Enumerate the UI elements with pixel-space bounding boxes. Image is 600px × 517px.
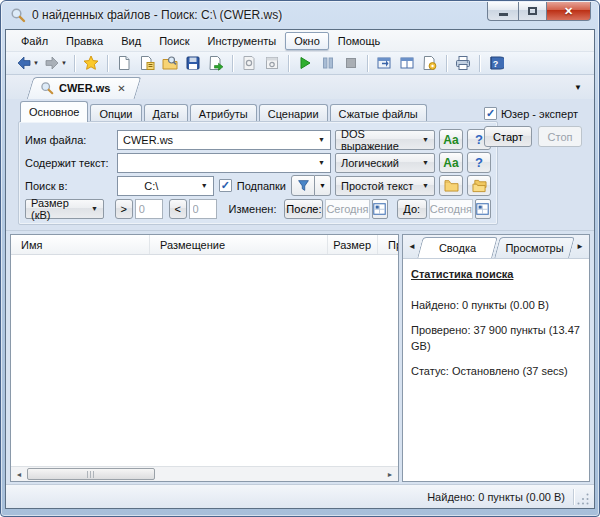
tab-main[interactable]: Основное <box>20 101 88 122</box>
column-size[interactable]: Размер <box>328 235 378 254</box>
containing-type-select[interactable]: Логический ▼ <box>335 153 435 173</box>
menu-tools[interactable]: Инструменты <box>199 32 286 50</box>
before-calendar-button[interactable] <box>475 199 491 219</box>
folder-list-button[interactable] <box>467 175 491 196</box>
check-icon: ✓ <box>486 108 495 119</box>
before-date-button[interactable]: До: <box>397 199 427 219</box>
lookin-row: Поиск в: C:\ ▼ ✓ Подпапки ▼ <box>25 175 491 196</box>
tab-dates[interactable]: Даты <box>144 104 188 122</box>
column-location[interactable]: Размещение <box>150 235 328 254</box>
tab-list-dropdown-icon[interactable]: ▼ <box>574 83 582 92</box>
horizontal-scrollbar[interactable]: ◄ ► <box>11 466 398 481</box>
lookin-combo[interactable]: C:\ ▼ <box>117 176 214 196</box>
size-greater-button[interactable]: > <box>115 199 133 219</box>
window-layout-button[interactable] <box>396 53 418 74</box>
after-date-value: Сегодня <box>325 199 369 219</box>
scrollbar-track[interactable] <box>155 467 382 481</box>
menu-window[interactable]: Окно <box>285 32 329 50</box>
containing-case-button[interactable]: Aa <box>439 152 463 173</box>
forward-button[interactable]: ▼ <box>42 53 69 74</box>
favorites-button[interactable] <box>80 53 102 74</box>
magnifier-icon <box>40 81 54 95</box>
after-calendar-button[interactable] <box>372 199 388 219</box>
chevron-down-icon[interactable]: ▼ <box>318 136 325 143</box>
start-button[interactable]: Старт <box>484 126 532 147</box>
preview-pane-button[interactable] <box>238 53 260 74</box>
filename-combo[interactable]: CWER.ws ▼ <box>117 130 331 150</box>
scroll-right-icon[interactable]: ► <box>382 467 398 481</box>
results-body[interactable] <box>11 255 398 466</box>
status-found-text: Найдено: 0 пункты (0.00 B) <box>427 491 565 503</box>
stop-search-button[interactable] <box>340 53 362 74</box>
session-tab[interactable]: CWER.ws ✕ <box>30 77 138 99</box>
column-name[interactable]: Имя <box>11 235 150 254</box>
back-dropdown-caret[interactable]: ▼ <box>33 60 39 66</box>
minimize-button[interactable] <box>487 2 518 21</box>
start-search-button[interactable] <box>294 53 316 74</box>
status-separator <box>573 489 574 505</box>
back-button[interactable]: ▼ <box>14 53 41 74</box>
summary-tabbar: ◄ Сводка Просмотры ► <box>403 235 589 259</box>
expert-checkbox[interactable]: ✓ <box>484 107 497 120</box>
tab-scroll-left-icon[interactable]: ◄ <box>405 237 419 257</box>
chevron-down-icon[interactable]: ▼ <box>318 159 325 166</box>
size-less-button[interactable]: < <box>169 199 187 219</box>
subfolders-checkbox[interactable]: ✓ <box>219 179 232 192</box>
statistics-heading: Статистика поиска <box>411 268 581 280</box>
pause-search-button[interactable] <box>317 53 339 74</box>
scroll-left-icon[interactable]: ◄ <box>11 467 27 481</box>
filename-case-button[interactable]: Aa <box>439 129 463 150</box>
session-tab-close-icon[interactable]: ✕ <box>117 83 125 94</box>
size-min-input[interactable] <box>135 199 163 219</box>
forward-dropdown-caret[interactable]: ▼ <box>61 60 67 66</box>
lookin-type-select[interactable]: Простой текст ▼ <box>335 176 435 196</box>
preview-window-button[interactable] <box>261 53 283 74</box>
criteria-tabs: Основное Опции Даты Атрибуты Сценарии Сж… <box>20 102 429 122</box>
save-results-button[interactable] <box>182 53 204 74</box>
resize-grip-icon[interactable] <box>577 493 590 506</box>
stop-icon <box>343 55 359 71</box>
filter-button[interactable] <box>291 175 315 196</box>
funnel-icon <box>297 179 310 192</box>
tab-scripts[interactable]: Сценарии <box>259 104 328 122</box>
tab-options[interactable]: Опции <box>90 104 141 122</box>
menu-view[interactable]: Вид <box>112 32 150 50</box>
menu-help[interactable]: Помощь <box>329 32 390 50</box>
lookin-label: Поиск в: <box>25 180 113 192</box>
after-date-button[interactable]: После: <box>284 199 323 219</box>
new-search-button[interactable] <box>113 53 135 74</box>
stop-button[interactable]: Стоп <box>538 126 582 147</box>
export-results-button[interactable] <box>205 53 227 74</box>
column-checked[interactable]: Пр <box>378 235 398 254</box>
folders-icon <box>472 179 487 193</box>
search-properties-button[interactable] <box>419 53 441 74</box>
maximize-button[interactable] <box>518 2 547 21</box>
print-button[interactable] <box>452 53 474 74</box>
forward-arrow-icon <box>44 55 60 71</box>
close-button[interactable]: ✕ <box>547 2 591 21</box>
browse-folder-button[interactable] <box>439 175 463 196</box>
size-max-input[interactable] <box>189 199 217 219</box>
containing-combo[interactable]: ▼ <box>117 153 331 173</box>
chevron-down-icon[interactable]: ▼ <box>201 182 208 189</box>
tab-attributes[interactable]: Атрибуты <box>190 104 257 122</box>
tab-views[interactable]: Просмотры <box>497 237 572 258</box>
containing-help-button[interactable]: ? <box>467 152 491 173</box>
edit-criteria-button[interactable] <box>136 53 158 74</box>
tab-scroll-right-icon[interactable]: ► <box>573 237 587 257</box>
chevron-down-icon: ▼ <box>91 205 98 212</box>
filename-type-select[interactable]: DOS выражение ▼ <box>335 130 435 150</box>
size-mode-select[interactable]: Размер (кВ) ▼ <box>25 199 104 219</box>
scrollbar-thumb[interactable] <box>27 468 155 480</box>
tab-compressed[interactable]: Сжатые файлы <box>330 104 427 122</box>
menu-file[interactable]: Файл <box>12 32 57 50</box>
menu-edit[interactable]: Правка <box>57 32 112 50</box>
filter-dropdown-button[interactable]: ▼ <box>315 175 331 196</box>
menu-search[interactable]: Поиск <box>150 32 198 50</box>
help-button[interactable]: ? <box>485 53 507 74</box>
window-restore-button[interactable] <box>373 53 395 74</box>
maximize-icon <box>528 7 537 15</box>
open-search-button[interactable] <box>159 53 181 74</box>
containing-row: Содержит текст: ▼ Логический ▼ Aa ? <box>25 152 491 173</box>
tab-summary[interactable]: Сводка <box>420 237 495 258</box>
